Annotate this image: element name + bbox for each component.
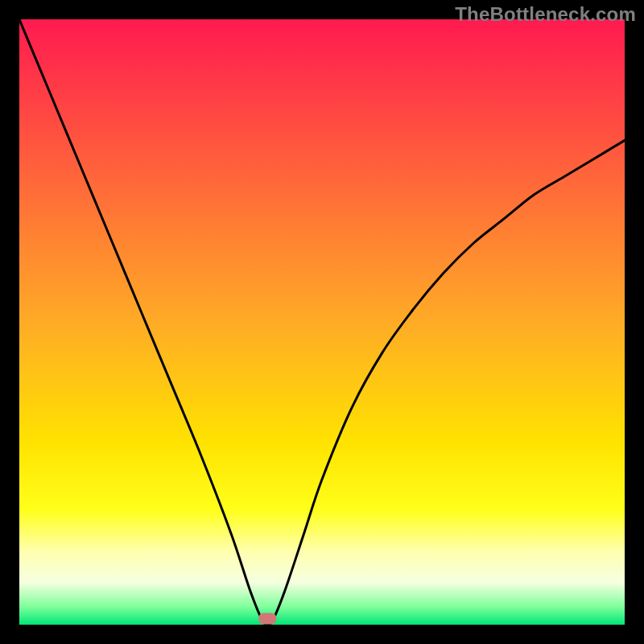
optimal-point-marker: [258, 613, 276, 625]
gradient-background: [19, 19, 625, 625]
chart-frame: [19, 19, 625, 625]
watermark-text: TheBottleneck.com: [455, 3, 636, 26]
bottleneck-chart: [19, 19, 625, 625]
